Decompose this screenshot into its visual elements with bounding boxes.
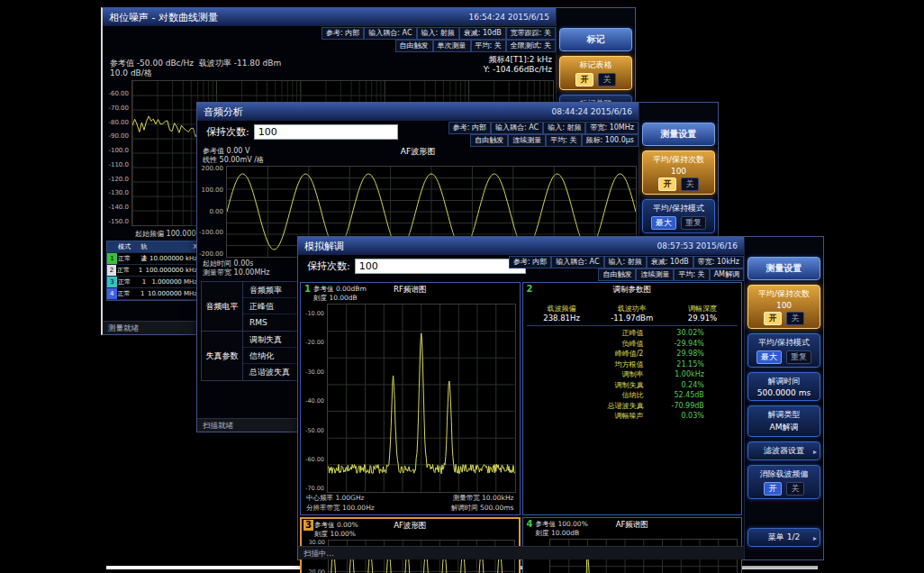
softkey-label: 平均/保持模式	[751, 337, 817, 349]
toggle-on[interactable]: 开	[658, 177, 676, 191]
softkey-panel-measure-setup: 测量设置 平均/保持次数 100 开 关 平均/保持模式 最大 重复 解调时间 …	[744, 237, 823, 559]
menu-page-softkey[interactable]: 菜单 1/2 ▸	[747, 528, 820, 547]
hold-count-input[interactable]	[254, 124, 398, 140]
panel-header: 参考值 0.00dBm 刻度 10.00dB RF频谱图	[304, 285, 516, 304]
param-value: 52.45dB	[656, 390, 732, 401]
group-label: 失真参数	[202, 332, 243, 380]
marker-x: 10.000000 kHz	[149, 253, 199, 264]
toggle-repeat[interactable]: 重复	[786, 350, 811, 364]
marker-table[interactable]: 模式 轨迹 X 1 正常 1 10.000000 kHz 2 正常 1 100.…	[106, 241, 200, 301]
toggle-off[interactable]: 关	[786, 312, 804, 325]
hold-count-row: 保持次数:	[307, 259, 526, 274]
param-label: 正峰值	[532, 328, 657, 339]
marker-table-softkey[interactable]: 标记表格 开 关	[559, 56, 632, 90]
setting-average: 平均: 关	[674, 268, 709, 281]
panel-title: AF频谱图	[527, 520, 738, 529]
carrier-offset-softkey[interactable]: 消除载波频偏 开 关	[747, 465, 820, 499]
softkey-label: 平均/保持次数	[751, 288, 817, 300]
demod-type-softkey[interactable]: 解调类型 AM解调	[747, 405, 820, 437]
instrument-screen: 相位噪声 - 对数曲线测量 16:54:24 2015/6/15 参考: 内部 …	[0, 0, 924, 573]
toggle-off[interactable]: 关	[681, 177, 699, 191]
window-title: 模拟解调	[304, 240, 344, 253]
y-tick: -40.00	[305, 398, 324, 405]
avg-hold-count-softkey[interactable]: 平均/保持次数 100 开 关	[747, 285, 820, 329]
softkey-value: 100	[751, 301, 817, 310]
marker-mode: 正常	[117, 253, 139, 264]
panel-af-waveform[interactable]: 3 参考值 0.00% 刻度 10.00% AF波形图 30.00 20.00 …	[300, 517, 521, 573]
filter-settings-softkey[interactable]: 滤波器设置 ▸	[747, 441, 820, 460]
marker-trace: 1	[137, 288, 147, 299]
y-tick: 20.00	[308, 569, 325, 573]
acquisition-settings: 参考: 内部 输入耦合: AC 输入: 射频 衰减: 10dB 带宽: 10kH…	[509, 256, 744, 281]
param-label: 负峰值	[532, 339, 657, 350]
y-tick: 0.00	[209, 209, 223, 215]
y-tick: 100.00	[202, 187, 224, 194]
acquisition-settings: 参考: 内部 输入耦合: AC 输入: 射频 带宽: 10MHz 自由触发 连续…	[448, 122, 639, 147]
setting-trigger: 自由触发	[395, 40, 433, 52]
y-tick: 200.00	[202, 166, 224, 172]
analog-demod-titlebar[interactable]: 模拟解调 08:57:53 2015/6/16	[298, 237, 744, 255]
marker-trace: 1	[139, 277, 149, 287]
panel-mod-params[interactable]: 2 调制参数图 载波频偏 238.81Hz 载波功率 -11.97dBm	[522, 282, 743, 515]
table-row[interactable]: 2 正常 1 100.000000 kHz	[107, 265, 199, 277]
marker-x-header: X	[149, 241, 199, 252]
panel-af-spectrum[interactable]: 4 参考值 100.00% 刻度 10.00dB AF频谱图 90.00 80.…	[522, 517, 743, 573]
softkey-value: 100	[646, 167, 711, 176]
carrier-power-text: 载波功率 -11.80 dBm	[199, 59, 281, 68]
toggle-on[interactable]: 开	[764, 312, 782, 325]
y-tick: -100.00	[199, 230, 223, 236]
softkey-header-label: 测量设置	[766, 263, 802, 273]
panel-title: 调制参数图	[527, 285, 738, 294]
scale-text: 刻度 10.00dB	[313, 294, 367, 303]
submenu-arrow-icon: ▸	[813, 533, 817, 541]
toggle-max[interactable]: 最大	[651, 216, 676, 230]
marker-color-cell: 4	[107, 288, 117, 299]
toggle-repeat[interactable]: 重复	[681, 216, 706, 230]
panel-header: 参考值 100.00% 刻度 10.00dB AF频谱图	[527, 520, 738, 539]
table-row[interactable]: 3 正常 1 1.000000 MHz	[107, 277, 199, 288]
toggle-on[interactable]: 开	[764, 482, 782, 496]
y-tick: -70.00	[305, 486, 324, 492]
softkey-label: 消除载波频偏	[751, 468, 817, 480]
param-label: 调制失真	[532, 380, 657, 391]
setting-input: 输入: 射频	[417, 27, 459, 40]
toggle-off[interactable]: 关	[786, 482, 804, 496]
panel-rf-spectrum[interactable]: 1 参考值 0.00dBm 刻度 10.00dB RF频谱图 -10.00 -2…	[300, 282, 521, 515]
scale-text: 10.0 dB/格	[110, 68, 281, 78]
softkey-value: 500.0000 ms	[751, 388, 817, 397]
avg-hold-mode-softkey[interactable]: 平均/保持模式 最大 重复	[642, 199, 715, 233]
param-value: 30.02%	[656, 328, 732, 339]
toggle-on[interactable]: 开	[575, 73, 593, 86]
setting-demod-type: AM解调	[710, 268, 744, 281]
avg-hold-mode-softkey[interactable]: 平均/保持模式 最大 重复	[747, 333, 820, 368]
phase-noise-titlebar[interactable]: 相位噪声 - 对数曲线测量 16:54:24 2015/6/15	[103, 8, 556, 26]
setting-input: 输入: 射频	[543, 122, 585, 134]
hold-count-row: 保持次数:	[206, 124, 398, 140]
toggle-off[interactable]: 关	[598, 73, 616, 86]
softkey-label: 解调类型	[751, 409, 817, 421]
param-label: 调幅深度	[667, 305, 738, 314]
y-axis-labels: -60.00 -70.00 -80.00 -90.00 -100.0 -110.…	[104, 80, 131, 226]
panel-header: 参考值 0.00% 刻度 10.00% AF波形图	[305, 521, 515, 540]
softkey-label: 滤波器设置	[764, 446, 804, 455]
softkey-label: 解调时间	[751, 376, 817, 387]
param-value: 29.91%	[667, 314, 738, 323]
demod-time-softkey[interactable]: 解调时间 500.0000 ms	[747, 372, 820, 401]
status-bar: 扫描中...	[298, 546, 744, 559]
hold-count-input[interactable]	[355, 259, 526, 274]
toggle-max[interactable]: 最大	[756, 350, 782, 364]
avg-hold-count-softkey[interactable]: 平均/保持次数 100 开 关	[642, 150, 715, 195]
clock: 16:54:24 2015/6/15	[469, 13, 549, 22]
mod-params-head: 载波频偏 238.81Hz 载波功率 -11.97dBm 调幅深度 29.91%	[527, 304, 738, 326]
param-value: 29.98%	[656, 349, 732, 359]
param-label: 信纳比	[532, 390, 657, 401]
setting-average: 平均: 关	[546, 134, 581, 147]
y-tick: -10.00	[305, 311, 324, 317]
table-row[interactable]: 1 正常 1 10.000000 kHz	[107, 253, 199, 265]
panel-footer: 分辨率带宽 100.00Hz 解调时间 500.00ms	[304, 503, 516, 513]
audio-analysis-titlebar[interactable]: 音频分析 08:44:24 2015/6/16	[197, 103, 639, 121]
mod-params-list: 正峰值30.02% 负峰值-29.94% 峰峰值/229.98% 均方根值21.…	[527, 326, 738, 513]
window-analog-demod: 模拟解调 08:57:53 2015/6/16 保持次数: 参考: 内部 输入耦…	[297, 236, 824, 560]
table-row[interactable]: 4 正常 1 10.000000 MHz	[107, 288, 199, 300]
graph-title: AF波形图	[199, 147, 637, 156]
